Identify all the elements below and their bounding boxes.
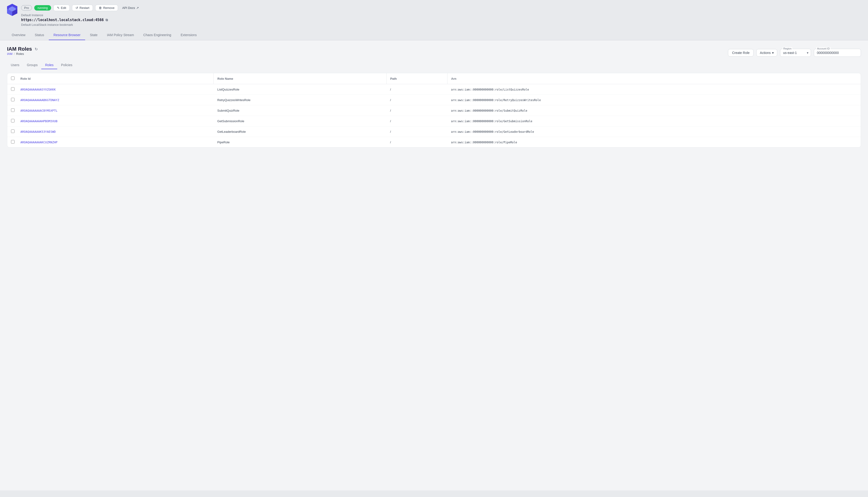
tab-extensions[interactable]: Extensions	[176, 30, 201, 40]
role-name-cell-2: SubmitQuizRole	[214, 105, 386, 116]
instance-url: https://localhost.localstack.cloud:4566 …	[21, 18, 861, 22]
path-cell-4: /	[386, 126, 447, 137]
copy-icon[interactable]: ⧉	[105, 18, 108, 22]
role-id-link-1[interactable]: AROAQAAAAAAAAB6GTDNAYZ	[20, 98, 59, 102]
breadcrumb-separator: /	[14, 52, 15, 56]
refresh-icon[interactable]: ↻	[35, 47, 38, 51]
trash-icon: 🗑	[99, 6, 102, 10]
role-id-link-3[interactable]: AROAQAAAAAAAHPBOM3XUB	[20, 119, 57, 123]
breadcrumb-iam-link[interactable]: IAM	[7, 52, 12, 56]
sub-tab-users[interactable]: Users	[7, 61, 23, 69]
restart-icon: ↺	[75, 6, 78, 10]
page-header: IAM Roles ↻ IAM / Roles Create Role Acti…	[7, 46, 861, 59]
actions-button[interactable]: Actions ▾	[756, 49, 777, 57]
role-id-link-5[interactable]: AROAQAAAAAAAKCUZRNZHP	[20, 141, 57, 144]
role-name-cell-4: GetLeaderboardRole	[214, 126, 386, 137]
row-checkbox-3[interactable]	[11, 119, 15, 123]
col-header-path: Path	[386, 73, 447, 84]
col-header-arn: Arn	[447, 73, 861, 84]
path-cell-2: /	[386, 105, 447, 116]
create-role-button[interactable]: Create Role	[728, 49, 754, 57]
roles-table: Role Id Role Name Path Arn AROAQAAAAAAAS…	[7, 73, 861, 147]
tab-overview[interactable]: Overview	[7, 30, 30, 40]
remove-button[interactable]: 🗑 Remove	[95, 5, 118, 11]
tab-resource-browser[interactable]: Resource Browser	[49, 30, 85, 40]
tab-state[interactable]: State	[85, 30, 102, 40]
row-checkbox-5[interactable]	[11, 140, 15, 144]
row-checkbox-2[interactable]	[11, 108, 15, 112]
tab-chaos-engineering[interactable]: Chaos Engineering	[139, 30, 176, 40]
row-checkbox-0[interactable]	[11, 87, 15, 91]
edit-button[interactable]: ✎ Edit	[54, 5, 70, 11]
sub-tab-policies[interactable]: Policies	[57, 61, 76, 69]
account-id-wrapper: Account ID	[814, 49, 861, 57]
role-id-link-0[interactable]: AROAQAAAAAAASYXZGKKK	[20, 88, 56, 91]
pro-badge: Pro	[21, 5, 32, 11]
region-select-wrapper: Region us-east-1 us-west-2 eu-west-1 ▾	[780, 49, 811, 57]
header-controls: Create Role Actions ▾ Region us-east-1 u…	[728, 49, 861, 57]
roles-table-container: Role Id Role Name Path Arn AROAQAAAAAAAS…	[7, 73, 861, 147]
path-cell-1: /	[386, 95, 447, 105]
table-row: AROAQAAAAAAACBYM5XPTL SubmitQuizRole / a…	[7, 105, 861, 116]
select-all-checkbox[interactable]	[11, 76, 15, 80]
arn-cell-0: arn:aws:iam::000000000000:role/ListQuizz…	[447, 84, 861, 95]
breadcrumb: IAM / Roles	[7, 52, 38, 56]
page-title: IAM Roles	[7, 46, 32, 52]
external-link-icon: ↗	[136, 6, 139, 10]
col-header-role-name: Role Name	[214, 73, 386, 84]
api-docs-button[interactable]: API Docs ↗	[120, 5, 141, 11]
instance-label: Default Instance	[21, 13, 861, 17]
table-row: AROAQAAAAAAAKCUZRNZHP PipeRole / arn:aws…	[7, 137, 861, 147]
edit-icon: ✎	[57, 6, 60, 10]
path-cell-5: /	[386, 137, 447, 147]
role-name-cell-3: GetSubmissionRole	[214, 116, 386, 126]
chevron-down-icon: ▾	[772, 51, 774, 55]
restart-button[interactable]: ↺ Restart	[72, 5, 93, 11]
tab-iam-policy-stream[interactable]: IAM Policy Stream	[102, 30, 139, 40]
sub-tabs: Users Groups Roles Policies	[7, 61, 861, 69]
role-name-cell-0: ListQuizzesRole	[214, 84, 386, 95]
region-label: Region	[783, 47, 792, 50]
col-header-role-id: Role Id	[17, 73, 214, 84]
arn-cell-5: arn:aws:iam::000000000000:role/PipeRole	[447, 137, 861, 147]
table-row: AROAQAAAAAAAAB6GTDNAYZ RetryQuizzesWrite…	[7, 95, 861, 105]
path-cell-0: /	[386, 84, 447, 95]
main-tabs: Overview Status Resource Browser State I…	[0, 30, 868, 40]
row-checkbox-4[interactable]	[11, 129, 15, 133]
localstack-logo	[7, 4, 17, 16]
table-row: AROAQAAAAAAK53YAESWD GetLeaderboardRole …	[7, 126, 861, 137]
main-content: IAM Roles ↻ IAM / Roles Create Role Acti…	[0, 40, 868, 491]
table-row: AROAQAAAAAAASYXZGKKK ListQuizzesRole / a…	[7, 84, 861, 95]
running-badge: running	[34, 5, 51, 11]
account-id-label: Account ID	[816, 47, 830, 50]
sub-tab-roles[interactable]: Roles	[41, 61, 57, 69]
table-row: AROAQAAAAAAAHPBOM3XUB GetSubmissionRole …	[7, 116, 861, 126]
role-name-cell-5: PipeRole	[214, 137, 386, 147]
role-name-cell-1: RetryQuizzesWritesRole	[214, 95, 386, 105]
tab-status[interactable]: Status	[30, 30, 49, 40]
breadcrumb-current: Roles	[16, 52, 24, 56]
row-checkbox-1[interactable]	[11, 98, 15, 101]
role-id-link-2[interactable]: AROAQAAAAAAACBYM5XPTL	[20, 109, 57, 112]
sub-tab-groups[interactable]: Groups	[23, 61, 42, 69]
region-select[interactable]: us-east-1 us-west-2 eu-west-1	[780, 49, 811, 57]
arn-cell-4: arn:aws:iam::000000000000:role/GetLeader…	[447, 126, 861, 137]
path-cell-3: /	[386, 116, 447, 126]
instance-bookmark: Default LocalStack instance bookmark	[21, 23, 861, 27]
account-id-input[interactable]	[814, 49, 861, 57]
arn-cell-1: arn:aws:iam::000000000000:role/RetryQuiz…	[447, 95, 861, 105]
role-id-link-4[interactable]: AROAQAAAAAAK53YAESWD	[20, 130, 56, 133]
arn-cell-3: arn:aws:iam::000000000000:role/GetSubmis…	[447, 116, 861, 126]
arn-cell-2: arn:aws:iam::000000000000:role/SubmitQui…	[447, 105, 861, 116]
